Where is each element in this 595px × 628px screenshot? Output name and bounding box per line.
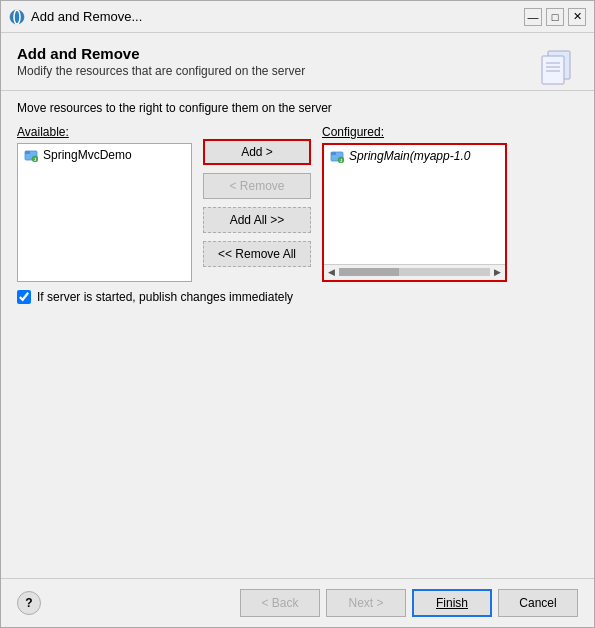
server-icon bbox=[534, 45, 578, 89]
spacer bbox=[1, 312, 594, 579]
header-divider bbox=[1, 90, 594, 91]
svg-rect-8 bbox=[25, 151, 30, 154]
scroll-left-arrow[interactable]: ◀ bbox=[326, 267, 337, 277]
svg-text:J: J bbox=[340, 158, 342, 163]
title-bar-controls: — □ ✕ bbox=[524, 8, 586, 26]
cancel-button[interactable]: Cancel bbox=[498, 589, 578, 617]
configured-label: Configured: bbox=[322, 125, 507, 139]
publish-checkbox[interactable] bbox=[17, 290, 31, 304]
remove-all-button[interactable]: << Remove All bbox=[203, 241, 311, 267]
list-item[interactable]: J SpringMain(myapp-1.0 bbox=[324, 145, 505, 167]
add-all-button[interactable]: Add All >> bbox=[203, 207, 311, 233]
configured-panel: Configured: J SpringMain(myapp-1.0 bbox=[322, 125, 507, 282]
maximize-button[interactable]: □ bbox=[546, 8, 564, 26]
help-button[interactable]: ? bbox=[17, 591, 41, 615]
svg-text:J: J bbox=[34, 157, 36, 162]
app-icon bbox=[9, 9, 25, 25]
available-item-name: SpringMvcDemo bbox=[43, 148, 132, 162]
checkbox-label: If server is started, publish changes im… bbox=[37, 290, 293, 304]
main-window: Add and Remove... — □ ✕ Add and Remove M… bbox=[0, 0, 595, 628]
available-label: Available: bbox=[17, 125, 192, 139]
next-button[interactable]: Next > bbox=[326, 589, 406, 617]
title-bar: Add and Remove... — □ ✕ bbox=[1, 1, 594, 33]
scroll-right-arrow[interactable]: ▶ bbox=[492, 267, 503, 277]
buttons-column: Add > < Remove Add All >> << Remove All bbox=[192, 125, 322, 282]
configured-list-content: J SpringMain(myapp-1.0 bbox=[324, 145, 505, 264]
page-subtitle: Modify the resources that are configured… bbox=[17, 64, 305, 78]
configured-list[interactable]: J SpringMain(myapp-1.0 ◀ ▶ bbox=[322, 143, 507, 282]
available-panel: Available: J SpringMvcDemo bbox=[17, 125, 192, 282]
remove-button[interactable]: < Remove bbox=[203, 173, 311, 199]
window-title: Add and Remove... bbox=[31, 9, 142, 24]
back-button[interactable]: < Back bbox=[240, 589, 320, 617]
header-section: Add and Remove Modify the resources that… bbox=[17, 45, 305, 90]
bottom-bar: ? < Back Next > Finish Cancel bbox=[1, 578, 594, 627]
svg-point-0 bbox=[10, 10, 24, 24]
project-icon: J bbox=[24, 148, 38, 162]
panels-row: Available: J SpringMvcDemo bbox=[17, 125, 578, 282]
add-button[interactable]: Add > bbox=[203, 139, 311, 165]
minimize-button[interactable]: — bbox=[524, 8, 542, 26]
horizontal-scrollbar[interactable]: ◀ ▶ bbox=[324, 264, 505, 280]
close-button[interactable]: ✕ bbox=[568, 8, 586, 26]
project-icon: J bbox=[330, 149, 344, 163]
finish-button[interactable]: Finish bbox=[412, 589, 492, 617]
instruction-text: Move resources to the right to configure… bbox=[17, 101, 578, 115]
content-area: Add and Remove Modify the resources that… bbox=[1, 33, 594, 312]
checkbox-row: If server is started, publish changes im… bbox=[17, 290, 578, 304]
available-list[interactable]: J SpringMvcDemo bbox=[17, 143, 192, 282]
scroll-thumb bbox=[339, 268, 399, 276]
svg-rect-3 bbox=[542, 56, 564, 84]
scroll-track[interactable] bbox=[339, 268, 490, 276]
svg-rect-12 bbox=[331, 152, 336, 155]
list-item[interactable]: J SpringMvcDemo bbox=[18, 144, 191, 166]
configured-item-name: SpringMain(myapp-1.0 bbox=[349, 149, 470, 163]
title-bar-left: Add and Remove... bbox=[9, 9, 142, 25]
page-title: Add and Remove bbox=[17, 45, 305, 62]
